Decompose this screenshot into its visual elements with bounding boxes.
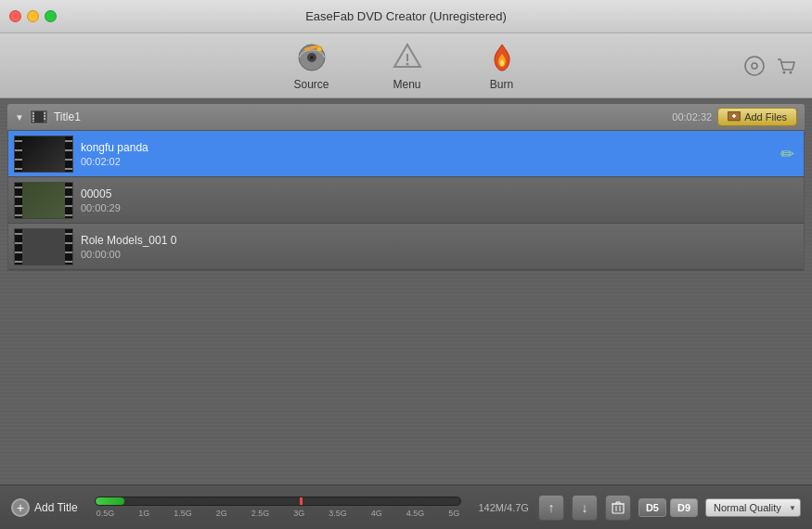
- filmstrip-right: [65, 183, 72, 218]
- video-name: kongfu panda: [81, 141, 769, 154]
- toolbar: Source Menu Burn: [0, 33, 812, 98]
- navigation-buttons: ↑ ↓: [538, 495, 631, 521]
- video-name: Role Models_001 0: [81, 234, 798, 247]
- video-thumbnail: [14, 135, 73, 173]
- video-item[interactable]: Role Models_001 0 00:00:00: [8, 224, 804, 270]
- thumb-content: [22, 136, 65, 172]
- filmstrip-left: [15, 183, 22, 218]
- progress-track: [95, 497, 462, 506]
- add-title-label: Add Title: [34, 501, 78, 514]
- add-title-button[interactable]: + Add Title: [11, 498, 78, 517]
- svg-rect-26: [612, 504, 624, 513]
- burn-icon: [485, 41, 519, 74]
- svg-rect-21: [44, 118, 45, 120]
- edit-icon[interactable]: ✏: [777, 140, 798, 168]
- burn-tab[interactable]: Burn: [478, 37, 526, 95]
- video-list: kongfu panda 00:02:02 ✏ 00005 00:00:29: [7, 130, 805, 271]
- svg-point-4: [316, 46, 322, 52]
- move-down-button[interactable]: ↓: [572, 495, 598, 521]
- window-controls: [9, 10, 57, 22]
- bottom-bar: + Add Title 0.5G 1G 1.5G 2G 2.5G 3G 3.5G…: [0, 484, 812, 529]
- title-duration: 00:02:32: [672, 111, 712, 123]
- menu-tab[interactable]: Menu: [383, 37, 432, 95]
- progress-marker: [300, 497, 303, 506]
- thumb-content: [22, 183, 65, 218]
- d9-button[interactable]: D9: [670, 498, 698, 517]
- svg-rect-17: [32, 118, 34, 120]
- svg-rect-20: [44, 115, 45, 117]
- bottom-right-controls: ↑ ↓ D5 D9 High Quality Norma: [538, 495, 801, 521]
- video-info: Role Models_001 0 00:00:00: [81, 234, 798, 260]
- progress-fill: [96, 497, 125, 505]
- svg-point-11: [790, 71, 793, 73]
- menu-icon: [391, 41, 424, 74]
- collapse-arrow[interactable]: ▼: [15, 112, 24, 123]
- svg-point-2: [310, 56, 314, 59]
- progress-labels: 0.5G 1G 1.5G 2G 2.5G 3G 3.5G 4G 4.5G 5G: [95, 509, 462, 518]
- disk-type-buttons: D5 D9: [638, 498, 698, 517]
- svg-point-10: [783, 71, 786, 73]
- svg-rect-15: [32, 112, 34, 114]
- filmstrip-right: [65, 136, 72, 172]
- title-group: ▼ Title1 00:02:32: [7, 104, 805, 271]
- filmstrip-left: [15, 136, 22, 172]
- main-content: ▼ Title1 00:02:32: [0, 98, 812, 484]
- svg-point-9: [752, 63, 757, 69]
- delete-button[interactable]: [605, 495, 631, 521]
- disc-icon[interactable]: [743, 55, 766, 77]
- thumb-content: [22, 229, 65, 264]
- add-circle-icon: +: [11, 498, 30, 517]
- video-thumbnail: [14, 228, 73, 265]
- video-item[interactable]: kongfu panda 00:02:02 ✏: [8, 131, 804, 177]
- cart-icon[interactable]: [775, 55, 797, 77]
- video-item[interactable]: 00005 00:00:29: [8, 177, 804, 224]
- progress-area: 0.5G 1G 1.5G 2G 2.5G 3G 3.5G 4G 4.5G 5G: [95, 497, 462, 518]
- d5-button[interactable]: D5: [638, 498, 666, 517]
- svg-point-8: [745, 57, 764, 75]
- filmstrip-right: [65, 229, 72, 264]
- minimize-button[interactable]: [27, 10, 39, 22]
- quality-select[interactable]: High Quality Normal Quality Low Quality: [705, 498, 801, 517]
- svg-rect-16: [32, 115, 34, 117]
- toolbar-right-icons: [743, 55, 797, 77]
- app-title: EaseFab DVD Creator (Unregistered): [305, 9, 507, 23]
- filmstrip-left: [15, 229, 22, 264]
- video-duration: 00:00:00: [81, 249, 798, 260]
- svg-point-7: [406, 62, 408, 65]
- video-name: 00005: [81, 187, 798, 200]
- move-up-button[interactable]: ↑: [538, 495, 564, 521]
- video-thumbnail: [14, 182, 73, 219]
- title-film-icon: [30, 110, 48, 124]
- video-info: kongfu panda 00:02:02: [81, 141, 769, 167]
- title-name: Title1: [54, 110, 666, 123]
- disk-info: 142M/4.7G: [478, 502, 528, 513]
- add-files-label: Add Files: [744, 111, 787, 123]
- maximize-button[interactable]: [45, 10, 57, 22]
- menu-label: Menu: [393, 78, 421, 91]
- video-duration: 00:02:02: [81, 156, 769, 167]
- video-duration: 00:00:29: [81, 202, 798, 213]
- video-info: 00005 00:00:29: [81, 187, 798, 213]
- burn-label: Burn: [490, 78, 513, 91]
- source-tab[interactable]: Source: [286, 37, 336, 95]
- source-icon: [295, 41, 329, 74]
- title-header: ▼ Title1 00:02:32: [7, 104, 805, 130]
- quality-selector-wrap: High Quality Normal Quality Low Quality …: [705, 498, 801, 517]
- close-button[interactable]: [9, 10, 21, 22]
- source-label: Source: [293, 78, 329, 91]
- titlebar: EaseFab DVD Creator (Unregistered): [0, 0, 812, 33]
- svg-rect-19: [44, 112, 45, 114]
- svg-rect-18: [32, 121, 34, 122]
- add-files-button[interactable]: Add Files: [717, 108, 797, 126]
